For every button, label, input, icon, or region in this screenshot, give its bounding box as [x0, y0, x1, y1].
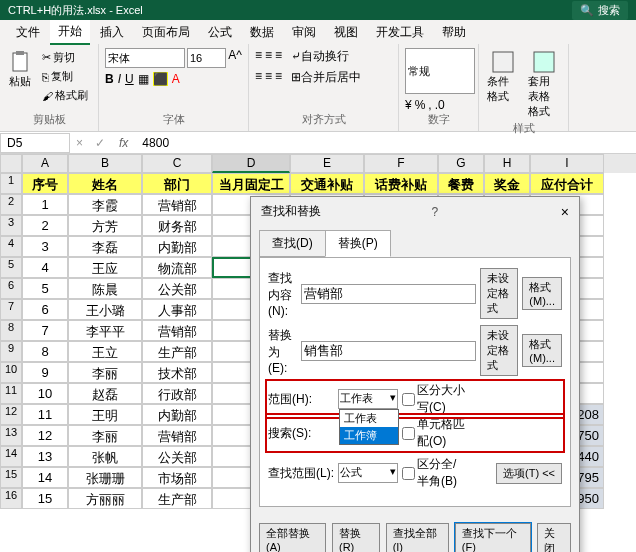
row-header[interactable]: 2 — [0, 194, 22, 215]
find-all-button[interactable]: 查找全部(I) — [386, 523, 449, 552]
close-button[interactable]: 关闭 — [537, 523, 571, 552]
cell[interactable]: 营销部 — [142, 320, 212, 341]
font-color-button[interactable]: A — [172, 72, 180, 86]
tab-help[interactable]: 帮助 — [434, 21, 474, 44]
row-header[interactable]: 7 — [0, 299, 22, 320]
cell[interactable]: 生产部 — [142, 341, 212, 362]
cell[interactable]: 2 — [22, 215, 68, 236]
cell[interactable]: 王应 — [68, 257, 142, 278]
paste-button[interactable]: 粘贴 — [6, 48, 34, 105]
cut-button[interactable]: ✂剪切 — [38, 48, 92, 67]
font-size[interactable] — [187, 48, 226, 68]
header-cell[interactable]: 部门 — [142, 173, 212, 194]
row-header[interactable]: 11 — [0, 383, 22, 404]
scope-option[interactable]: 工作表 — [340, 410, 398, 427]
cell[interactable]: 公关部 — [142, 278, 212, 299]
cell[interactable]: 12 — [22, 425, 68, 446]
header-cell[interactable]: 餐费 — [438, 173, 484, 194]
select-all[interactable] — [0, 154, 22, 173]
fx-icon[interactable]: fx — [111, 136, 136, 150]
align-left-icon[interactable]: ≡ — [255, 69, 262, 86]
header-cell[interactable]: 应付合计 — [530, 173, 604, 194]
tab-home[interactable]: 开始 — [50, 20, 90, 45]
underline-button[interactable]: U — [125, 72, 134, 86]
cell[interactable]: 7 — [22, 320, 68, 341]
cell[interactable]: 13 — [22, 446, 68, 467]
cell[interactable]: 生产部 — [142, 488, 212, 509]
cell[interactable]: 8 — [22, 341, 68, 362]
col-header[interactable]: C — [142, 154, 212, 173]
cell[interactable]: 营销部 — [142, 425, 212, 446]
cell[interactable]: 方芳 — [68, 215, 142, 236]
cell[interactable]: 张帆 — [68, 446, 142, 467]
find-input[interactable] — [301, 284, 476, 304]
confirm-icon[interactable]: ✓ — [89, 136, 111, 150]
col-header[interactable]: E — [290, 154, 364, 173]
tab-insert[interactable]: 插入 — [92, 21, 132, 44]
cell[interactable]: 行政部 — [142, 383, 212, 404]
fill-color-button[interactable]: ⬛ — [153, 72, 168, 86]
header-cell[interactable]: 交通补贴 — [290, 173, 364, 194]
tab-view[interactable]: 视图 — [326, 21, 366, 44]
tab-review[interactable]: 审阅 — [284, 21, 324, 44]
cell[interactable]: 李磊 — [68, 236, 142, 257]
tab-replace[interactable]: 替换(P) — [325, 230, 391, 257]
cell[interactable]: 李丽 — [68, 362, 142, 383]
replace-button[interactable]: 替换(R) — [332, 523, 380, 552]
row-header[interactable]: 3 — [0, 215, 22, 236]
cell[interactable]: 15 — [22, 488, 68, 509]
col-header[interactable]: A — [22, 154, 68, 173]
cell[interactable]: 王立 — [68, 341, 142, 362]
search-box[interactable]: 🔍 搜索 — [572, 1, 628, 20]
header-cell[interactable]: 姓名 — [68, 173, 142, 194]
row-header[interactable]: 8 — [0, 320, 22, 341]
cell[interactable]: 王明 — [68, 404, 142, 425]
increase-font-icon[interactable]: A^ — [228, 48, 242, 68]
scope-select[interactable]: 工作表▾ 工作表 工作簿 — [338, 389, 398, 409]
row-header[interactable]: 4 — [0, 236, 22, 257]
format-button[interactable]: 格式(M)... — [522, 277, 562, 310]
scope-option[interactable]: 工作簿 — [340, 427, 398, 444]
wrap-text-button[interactable]: ⤶自动换行 — [291, 48, 349, 65]
comma-icon[interactable]: , — [428, 98, 431, 112]
col-header[interactable]: H — [484, 154, 530, 173]
header-cell[interactable]: 话费补贴 — [364, 173, 438, 194]
row-header[interactable]: 5 — [0, 257, 22, 278]
row-header[interactable]: 13 — [0, 425, 22, 446]
cell[interactable]: 内勤部 — [142, 236, 212, 257]
cell[interactable]: 陈晨 — [68, 278, 142, 299]
decimal-inc-icon[interactable]: .0 — [435, 98, 445, 112]
lookin-select[interactable]: 公式▾ — [338, 463, 398, 483]
cell[interactable]: 公关部 — [142, 446, 212, 467]
row-header[interactable]: 14 — [0, 446, 22, 467]
align-middle-icon[interactable]: ≡ — [265, 48, 272, 65]
find-next-button[interactable]: 查找下一个(F) — [455, 523, 531, 552]
cell[interactable]: 1 — [22, 194, 68, 215]
row-header[interactable]: 15 — [0, 467, 22, 488]
chk-match[interactable]: 单元格匹配(O) — [402, 416, 468, 450]
close-icon[interactable]: × — [561, 204, 569, 220]
cond-format-button[interactable]: 条件格式 — [485, 48, 522, 121]
percent-icon[interactable]: % — [415, 98, 426, 112]
options-button[interactable]: 选项(T) << — [496, 463, 562, 484]
row-header[interactable]: 10 — [0, 362, 22, 383]
name-box[interactable]: D5 — [0, 133, 70, 153]
header-cell[interactable]: 序号 — [22, 173, 68, 194]
cell[interactable]: 李平平 — [68, 320, 142, 341]
tab-data[interactable]: 数据 — [242, 21, 282, 44]
cell[interactable]: 14 — [22, 467, 68, 488]
currency-icon[interactable]: ¥ — [405, 98, 412, 112]
cell[interactable]: 方丽丽 — [68, 488, 142, 509]
copy-button[interactable]: ⎘复制 — [38, 67, 92, 86]
cell[interactable]: 张珊珊 — [68, 467, 142, 488]
cancel-icon[interactable]: × — [70, 136, 89, 150]
tab-file[interactable]: 文件 — [8, 21, 48, 44]
header-cell[interactable]: 当月固定工资 — [212, 173, 290, 194]
italic-button[interactable]: I — [118, 72, 121, 86]
replace-input[interactable] — [301, 341, 476, 361]
cell[interactable]: 9 — [22, 362, 68, 383]
format-painter-button[interactable]: 🖌格式刷 — [38, 86, 92, 105]
bold-button[interactable]: B — [105, 72, 114, 86]
col-header[interactable]: D — [212, 154, 290, 173]
number-format[interactable] — [405, 48, 475, 94]
